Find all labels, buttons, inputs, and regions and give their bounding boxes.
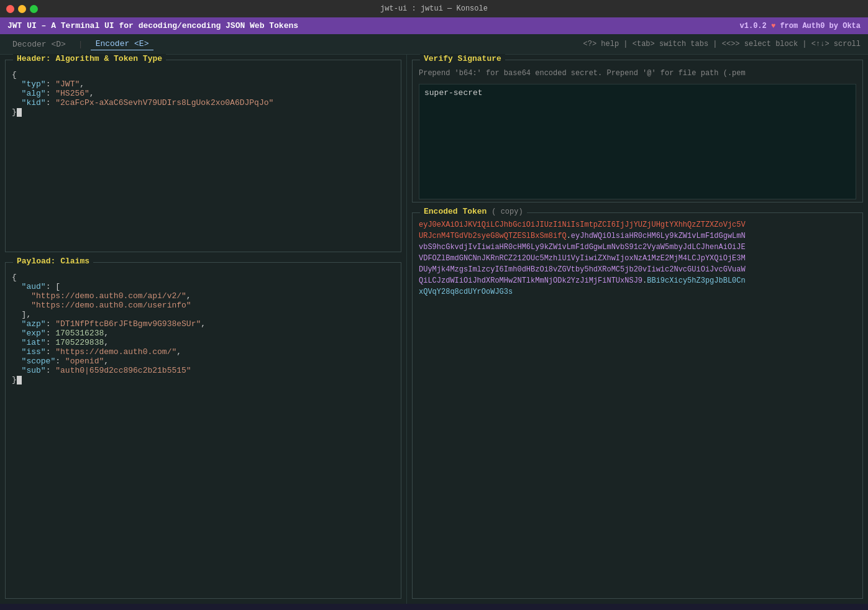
code-val-typ: "JWT" (55, 80, 80, 89)
right-panel: Verify Signature Prepend 'b64:' for base… (407, 55, 868, 604)
header-section-title: Header: Algorithm & Token Type (13, 54, 166, 63)
jwt-signature-part-2: xQVqY28q8cdUYrOoWJG3s (419, 288, 513, 296)
code-val-kid: "2caFcPx-aXaC6SevhV79UDIrs8LgUok2xo0A6DJ… (55, 98, 273, 107)
code-key-typ: "typ" (22, 80, 46, 89)
encoded-copy-hint: ( copy) (491, 207, 523, 216)
app-title: JWT UI – A Terminal UI for decoding/enco… (7, 21, 298, 30)
jwt-payload-part-5: QiLCJzdWIiOiJhdXRoMHw2NTlkMmNjODk2YzJiMj… (419, 276, 642, 285)
nav-sep: | (78, 40, 83, 49)
jwt-header-part-2: URJcnM4TGdVb2syeG8wQTZESlBxSm8ifQ (419, 232, 567, 240)
maximize-button[interactable] (30, 5, 38, 13)
left-panel: Header: Algorithm & Token Type { "typ": … (0, 55, 407, 604)
payload-open-brace: { (12, 273, 17, 282)
verify-secret-input[interactable]: super-secret (419, 84, 856, 199)
header-section-content[interactable]: { "typ": "JWT", "alg": "HS256", "kid": "… (6, 60, 401, 252)
verify-section-title: Verify Signature (420, 54, 505, 63)
verify-section: Verify Signature Prepend 'b64:' for base… (412, 60, 863, 203)
tab-decoder[interactable]: Decoder <D> (7, 39, 71, 50)
code-indent (12, 80, 22, 89)
jwt-payload-part-3: VDFOZlBmdGNCNnJKRnRCZ212OUc5MzhlU1VyIiwi… (419, 254, 746, 263)
header-section: Header: Algorithm & Token Type { "typ": … (5, 60, 401, 252)
app-version: v1.0.2 ♥ from Auth0 by Okta (740, 22, 861, 30)
jwt-header-part: eyJ0eXAiOiJKV1QiLCJhbGciOiJIUzI1NiIsImtp… (419, 221, 746, 229)
payload-section-title: Payload: Claims (13, 257, 93, 266)
nav-shortcuts: <?> help | <tab> switch tabs | <<>> sele… (583, 40, 861, 48)
main-content: Header: Algorithm & Token Type { "typ": … (0, 55, 868, 604)
encoded-token-content: eyJ0eXAiOiJKV1QiLCJhbGciOiJIUzI1NiIsImtp… (413, 213, 862, 304)
window-titlebar: jwt-ui : jwtui — Konsole (0, 0, 868, 17)
jwt-payload-part-2: vbS9hcGkvdjIvIiwiaHR0cHM6Ly9kZW1vLmF1dGg… (419, 243, 746, 252)
verify-description: Prepend 'b64:' for base64 encoded secret… (413, 60, 862, 81)
encoded-section-header: Encoded Token ( copy) (420, 207, 527, 216)
jwt-signature-part-1: BBi9cXicy5hZ3pgJbBL0Cn (647, 276, 745, 285)
payload-section: Payload: Claims { "aud": [ "https://demo… (5, 262, 401, 599)
nav-tabs: Decoder <D> | Encoder <E> (7, 38, 153, 50)
cursor (17, 108, 22, 117)
tab-encoder[interactable]: Encoder <E> (91, 38, 154, 50)
close-button[interactable] (6, 5, 14, 13)
window-title: jwt-ui : jwtui — Konsole (380, 4, 488, 13)
nav-bar: Decoder <D> | Encoder <E> <?> help | <ta… (0, 34, 868, 55)
encoded-section: Encoded Token ( copy) eyJ0eXAiOiJKV1QiLC… (412, 212, 863, 599)
code-open-brace: { (12, 70, 17, 80)
app-titlebar: JWT UI – A Terminal UI for decoding/enco… (0, 17, 868, 34)
jwt-dot-1: . (567, 232, 571, 240)
window-controls (6, 5, 38, 13)
code-val-alg: "HS256" (55, 89, 89, 98)
payload-cursor (17, 376, 22, 385)
jwt-payload-part-1: eyJhdWQiOlsiaHR0cHM6Ly9kZW1vLmF1dGgwLmN (571, 232, 746, 240)
code-key-kid: "kid" (22, 98, 46, 107)
jwt-payload-part-4: DUyMjk4MzgsImlzcyI6Imh0dHBzOi8vZGVtby5hd… (419, 265, 746, 274)
code-close-brace: } (12, 107, 17, 117)
encoded-section-title: Encoded Token (424, 207, 487, 216)
payload-section-content[interactable]: { "aud": [ "https://demo.auth0.com/api/v… (6, 263, 401, 598)
code-key-alg: "alg" (22, 89, 46, 98)
minimize-button[interactable] (18, 5, 26, 13)
